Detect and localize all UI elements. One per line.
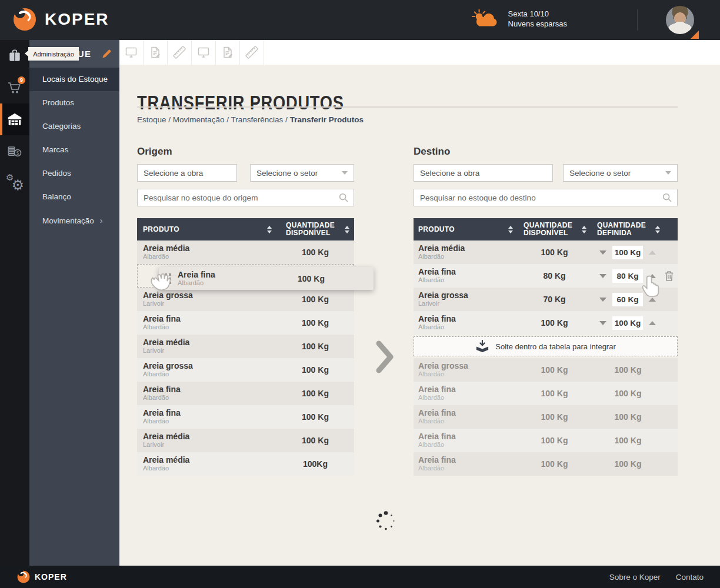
sort-toggle-icon[interactable] <box>345 226 349 233</box>
sort-toggle-icon[interactable] <box>655 226 660 233</box>
drop-target-zone[interactable]: Solte dentro da tabela para integrar <box>414 336 678 356</box>
increase-qty-button[interactable] <box>649 321 656 325</box>
dragged-row[interactable]: Areia finaAlbardão 100 Kg <box>159 267 374 290</box>
sidebar-item-balanco[interactable]: Balanço <box>29 185 119 209</box>
sidebar-item-categorias[interactable]: Categorias <box>29 115 119 138</box>
toolbar-monitor-button[interactable] <box>119 40 144 65</box>
destino-rows: Areia médiaAlbardão 100 Kg 100 Kg Areia … <box>414 240 678 476</box>
footer-link-sobre[interactable]: Sobre o Koper <box>609 573 661 582</box>
col-quantidade-disponivel: QUANTIDADE DISPONÍVEL <box>524 222 571 237</box>
sidebar-item-movimentacao[interactable]: Movimentação› <box>29 209 119 232</box>
product-available-qty: 100 Kg <box>518 365 591 375</box>
origem-obra-select[interactable]: Selecione a obra <box>137 164 237 182</box>
topbar-divider <box>637 9 638 31</box>
rail-item-pedidos[interactable]: 9 <box>0 72 29 103</box>
product-available-qty: 100 Kg <box>518 412 591 422</box>
app-window: KOPER Sexta 10/10 Nuvens esparsas <box>0 0 720 588</box>
table-row[interactable]: Areia médiaLarivoir 100 Kg <box>137 429 354 452</box>
sidebar-item-label: Categorias <box>42 122 81 131</box>
product-location: Albardão <box>418 370 518 378</box>
footer-link-contato[interactable]: Contato <box>676 573 704 582</box>
footer-brand-name: KOPER <box>35 572 67 582</box>
user-avatar[interactable] <box>666 6 694 34</box>
toolbar-ruler-button[interactable] <box>168 40 192 65</box>
origem-setor-select[interactable]: Selecione o setor <box>250 164 354 182</box>
table-row[interactable]: Areia grossaLarivoir 70 Kg 60 Kg <box>414 288 678 311</box>
decrease-qty-button[interactable] <box>599 298 606 302</box>
sidebar-item-produtos[interactable]: Produtos <box>29 91 119 115</box>
table-row[interactable]: Areia grossaAlbardão 100 Kg <box>137 358 354 382</box>
product-name: Areia média <box>418 244 518 253</box>
table-row[interactable]: Areia finaAlbardão 80 Kg 80 Kg <box>414 264 678 288</box>
product-location: Albardão <box>143 417 276 425</box>
breadcrumb-path[interactable]: Estoque / Movimentação / Transferências … <box>137 115 290 124</box>
table-row[interactable]: Areia finaAlbardão 100 Kg <box>137 382 354 405</box>
product-location: Albardão <box>143 465 276 472</box>
search-icon[interactable] <box>662 192 672 203</box>
sidebar-item-pedidos[interactable]: Pedidos <box>29 162 119 185</box>
origem-table-header: PRODUTO QUANTIDADE DISPONÍVEL <box>137 218 354 240</box>
product-location: Albardão <box>143 253 276 260</box>
brand-logo[interactable]: KOPER <box>12 6 109 32</box>
title-divider <box>137 106 678 108</box>
product-location: Albardão <box>418 441 518 449</box>
sort-toggle-icon[interactable] <box>582 226 586 233</box>
product-location: Albardão <box>143 394 276 402</box>
toolbar-document-button[interactable] <box>144 40 168 65</box>
table-row: Areia finaAlbardão 100 Kg 100 Kg <box>414 429 678 452</box>
product-qty: 100 Kg <box>270 274 352 283</box>
product-name: Areia média <box>143 244 276 253</box>
toolbar-ruler-button-2[interactable] <box>240 40 264 65</box>
origem-search <box>137 189 354 206</box>
decrease-qty-button[interactable] <box>599 274 606 278</box>
sidebar-item-label: Marcas <box>42 145 68 154</box>
defined-qty-input[interactable]: 100 Kg <box>612 246 643 259</box>
product-name: Areia fina <box>143 315 276 323</box>
weather-widget: Sexta 10/10 Nuvens esparsas <box>472 8 567 29</box>
product-qty: 100 Kg <box>276 412 354 422</box>
edit-pencil-icon[interactable] <box>101 48 112 59</box>
product-defined-qty: 100 Kg <box>591 389 665 398</box>
sort-toggle-icon[interactable] <box>267 226 272 233</box>
sidebar-submenu: ESTOQUE Locais do Estoque Produtos Categ… <box>29 40 119 566</box>
table-row[interactable]: Areia médiaLarivoir 100 Kg <box>137 335 354 358</box>
footer-logo[interactable]: KOPER <box>16 570 67 584</box>
product-name: Areia média <box>143 432 276 441</box>
product-location: Albardão <box>178 279 270 287</box>
col-quantidade-disponivel: QUANTIDADE DISPONÍVEL <box>286 222 332 237</box>
destino-search-input[interactable] <box>414 193 662 202</box>
defined-qty-input[interactable]: 100 Kg <box>612 316 643 330</box>
decrease-qty-button[interactable] <box>599 250 606 255</box>
toolbar-monitor-button-2[interactable] <box>192 40 216 65</box>
table-row[interactable]: Areia finaAlbardão 100 Kg <box>137 311 354 335</box>
table-row: Areia grossaAlbardão 100 Kg 100 Kg <box>414 358 678 382</box>
product-available-qty: 100 Kg <box>518 389 591 398</box>
rail-item-estoque[interactable] <box>0 103 29 135</box>
weather-day: Sexta 10/10 <box>508 9 567 19</box>
rail-item-financeiro[interactable]: $ <box>0 135 29 167</box>
sidebar-item-locais-do-estoque[interactable]: Locais do Estoque <box>29 68 119 91</box>
product-defined-qty: 100 Kg <box>591 459 665 469</box>
sort-toggle-icon[interactable] <box>508 226 513 233</box>
search-icon[interactable] <box>338 192 349 203</box>
sidebar-item-marcas[interactable]: Marcas <box>29 138 119 162</box>
monitor-icon <box>196 45 211 59</box>
destino-panel: Destino Selecione a obra Selecione o set… <box>414 144 678 476</box>
table-row[interactable]: Areia finaAlbardão 100 Kg <box>137 405 354 429</box>
decrease-qty-button[interactable] <box>599 321 606 325</box>
product-available-qty: 100 Kg <box>518 436 591 445</box>
product-qty: 100 Kg <box>276 436 354 445</box>
product-location: Albardão <box>418 394 518 402</box>
table-row[interactable]: Areia médiaAlbardão 100Kg <box>137 452 354 476</box>
destino-search <box>414 189 678 206</box>
table-row[interactable]: Areia finaAlbardão 100 Kg 100 Kg <box>414 311 678 335</box>
destino-obra-select[interactable]: Selecione a obra <box>414 164 553 182</box>
increase-qty-button[interactable] <box>649 250 656 255</box>
toolbar-document-button-2[interactable] <box>216 40 240 65</box>
table-row[interactable]: Areia médiaAlbardão 100 Kg <box>137 240 354 264</box>
product-name: Areia fina <box>418 268 518 276</box>
table-row[interactable]: Areia médiaAlbardão 100 Kg 100 Kg <box>414 240 678 264</box>
destino-setor-select[interactable]: Selecione o setor <box>563 164 678 182</box>
rail-item-configuracoes[interactable]: ⚙⚙ <box>0 167 29 199</box>
origem-search-input[interactable] <box>138 193 338 202</box>
